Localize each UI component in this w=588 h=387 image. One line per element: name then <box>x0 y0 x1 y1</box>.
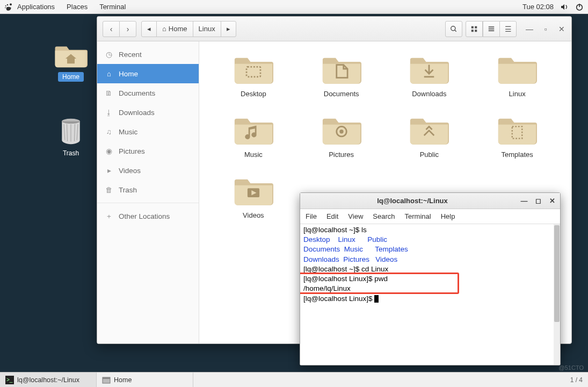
video-icon: ▸ <box>105 166 113 175</box>
desktop-trash-icon[interactable]: Trash <box>49 117 92 158</box>
terminal-body[interactable]: [lq@localhost ~]$ lsDesktop Linux Public… <box>300 224 560 365</box>
terminal-line: [lq@localhost Linux]$ pwd <box>303 274 557 284</box>
svg-point-23 <box>339 130 343 133</box>
terminal-close-button[interactable]: ✕ <box>548 197 556 205</box>
taskbar-item-files[interactable]: Home <box>97 372 193 387</box>
terminal-minimize-button[interactable]: — <box>520 197 528 205</box>
terminal-maximize-button[interactable]: ◻ <box>534 197 542 205</box>
nav-back-button[interactable]: ‹ <box>103 21 120 37</box>
folder-label: Music <box>244 150 263 159</box>
minimize-button[interactable]: — <box>525 25 534 33</box>
path-home-button[interactable]: ⌂Home <box>156 21 193 37</box>
folder-label: Desktop <box>241 90 266 98</box>
sidebar-item-home[interactable]: ⌂Home <box>97 64 199 83</box>
taskbar: >_ lq@localhost:~/Linux Home 1 / 4 <box>0 372 588 387</box>
document-icon: 🗎 <box>105 89 113 97</box>
sidebar-item-other[interactable]: +Other Locations <box>97 206 199 226</box>
places-menu[interactable]: Places <box>67 3 88 11</box>
svg-rect-14 <box>471 26 474 28</box>
folder-item-public[interactable]: Public <box>388 113 471 159</box>
terminal-window: lq@localhost:~/Linux — ◻ ✕ FileEditViewS… <box>300 192 561 366</box>
path-next-button[interactable]: ▸ <box>221 21 236 37</box>
terminal-menu-help[interactable]: Help <box>441 212 455 220</box>
terminal-line: Documents Music Templates <box>303 245 557 254</box>
view-list-button[interactable] <box>483 21 500 37</box>
nav-forward-button[interactable]: › <box>119 21 136 37</box>
hamburger-button[interactable]: ☰ <box>499 21 517 37</box>
power-icon[interactable] <box>575 3 584 11</box>
folder-label: Public <box>420 150 439 159</box>
folder-item-templates[interactable]: Templates <box>476 113 558 159</box>
terminal-line: /home/lq/Linux <box>303 284 557 293</box>
clock-icon: ◷ <box>105 50 113 59</box>
svg-rect-30 <box>103 377 110 379</box>
folder-item-downloads[interactable]: Downloads <box>388 52 471 98</box>
volume-icon[interactable] <box>560 3 569 11</box>
terminal-line: [lq@localhost ~]$ cd Linux <box>303 264 557 274</box>
terminal-menubar: FileEditViewSearchTerminalHelp <box>300 209 560 224</box>
svg-rect-19 <box>489 28 495 29</box>
sidebar-item-documents[interactable]: 🗎Documents <box>97 83 199 103</box>
terminal-line: Downloads Pictures Videos <box>303 255 557 264</box>
folder-label: Downloads <box>412 90 446 98</box>
svg-line-13 <box>455 30 456 31</box>
terminal-menu-terminal[interactable]: Terminal <box>405 212 431 220</box>
svg-point-0 <box>10 3 12 5</box>
terminal-menu-file[interactable]: File <box>306 212 317 220</box>
folder-label: Documents <box>324 90 359 98</box>
folder-item-pictures[interactable]: Pictures <box>300 113 383 159</box>
clock[interactable]: Tue 02:08 <box>522 3 554 11</box>
folder-item-music[interactable]: Music <box>212 113 295 159</box>
maximize-button[interactable]: ▫ <box>541 25 550 33</box>
applications-menu[interactable]: Applications <box>17 3 55 11</box>
desktop-home-icon[interactable]: Home <box>49 41 92 82</box>
svg-rect-18 <box>489 26 495 27</box>
path-up-button[interactable]: ◂ <box>141 21 157 37</box>
folder-label: Templates <box>502 150 533 159</box>
folder-item-linux[interactable]: Linux <box>476 52 558 98</box>
terminal-menu-view[interactable]: View <box>348 212 363 220</box>
terminal-menu-search[interactable]: Search <box>373 212 395 220</box>
terminal-app-icon: >_ <box>5 376 14 384</box>
file-manager-header: ‹ › ◂ ⌂Home Linux ▸ ☰ — ▫ ✕ <box>97 17 571 41</box>
svg-rect-16 <box>471 30 474 32</box>
svg-rect-20 <box>489 30 495 31</box>
svg-point-12 <box>451 26 455 30</box>
terminal-menu-edit[interactable]: Edit <box>326 212 338 220</box>
path-bar: ◂ ⌂Home Linux ▸ <box>142 21 236 37</box>
terminal-scrollbar[interactable] <box>554 224 560 365</box>
svg-point-1 <box>7 4 9 5</box>
workspace-pager[interactable]: 1 / 4 <box>565 376 588 384</box>
svg-rect-15 <box>475 26 477 28</box>
svg-text:>_: >_ <box>6 377 13 383</box>
folder-label: Videos <box>243 211 264 219</box>
folder-item-desktop[interactable]: Desktop <box>212 52 295 98</box>
trash-icon: 🗑 <box>105 186 113 194</box>
folder-label: Linux <box>509 90 526 98</box>
view-icons-button[interactable] <box>466 21 483 37</box>
sidebar-item-music[interactable]: ♫Music <box>97 122 199 141</box>
sidebar-item-trash[interactable]: 🗑Trash <box>97 180 199 199</box>
music-icon: ♫ <box>105 128 113 136</box>
top-panel: Applications Places Terminal Tue 02:08 <box>0 0 588 14</box>
sidebar-item-pictures[interactable]: ◉Pictures <box>97 141 199 161</box>
svg-rect-17 <box>475 30 477 32</box>
folder-item-documents[interactable]: Documents <box>300 52 383 98</box>
files-app-icon <box>102 376 111 384</box>
path-linux-button[interactable]: Linux <box>193 21 221 37</box>
sidebar-item-downloads[interactable]: ⭳Downloads <box>97 103 199 122</box>
watermark: @51CTO <box>559 364 584 371</box>
desktop-home-label: Home <box>58 72 84 82</box>
sidebar-item-recent[interactable]: ◷Recent <box>97 45 199 64</box>
sidebar: ◷Recent ⌂Home 🗎Documents ⭳Downloads ♫Mus… <box>97 41 199 343</box>
search-button[interactable] <box>445 21 462 37</box>
terminal-titlebar[interactable]: lq@localhost:~/Linux — ◻ ✕ <box>300 193 560 209</box>
folder-item-videos[interactable]: Videos <box>212 174 295 219</box>
taskbar-item-terminal[interactable]: >_ lq@localhost:~/Linux <box>0 372 97 387</box>
svg-point-3 <box>5 7 6 8</box>
gnome-logo-icon <box>4 3 13 11</box>
terminal-menu[interactable]: Terminal <box>99 3 126 11</box>
sidebar-item-videos[interactable]: ▸Videos <box>97 161 199 180</box>
close-button[interactable]: ✕ <box>557 25 566 33</box>
picture-icon: ◉ <box>105 147 113 155</box>
